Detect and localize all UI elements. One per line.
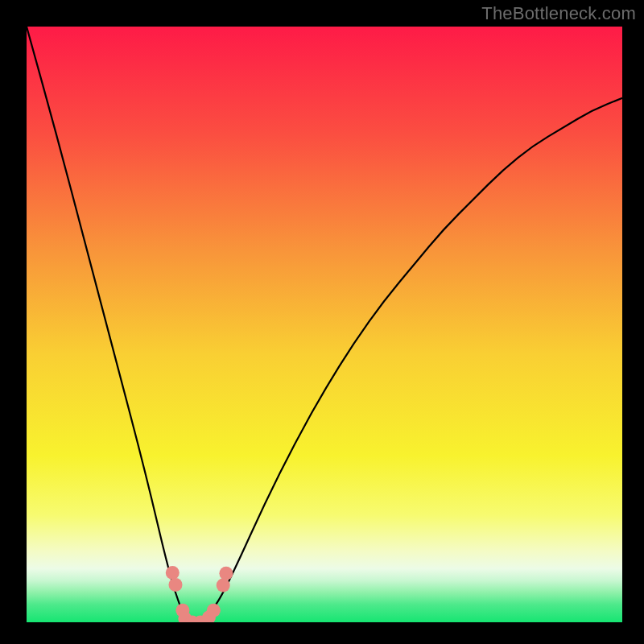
marker-dot (207, 604, 221, 617)
gradient-background (27, 27, 622, 622)
chart-frame: TheBottleneck.com (0, 0, 644, 644)
bottleneck-chart (0, 0, 644, 644)
marker-dot (217, 579, 230, 592)
marker-dot (169, 578, 183, 592)
marker-dot (219, 567, 233, 580)
watermark-text: TheBottleneck.com (481, 3, 636, 24)
marker-dot (166, 566, 180, 580)
